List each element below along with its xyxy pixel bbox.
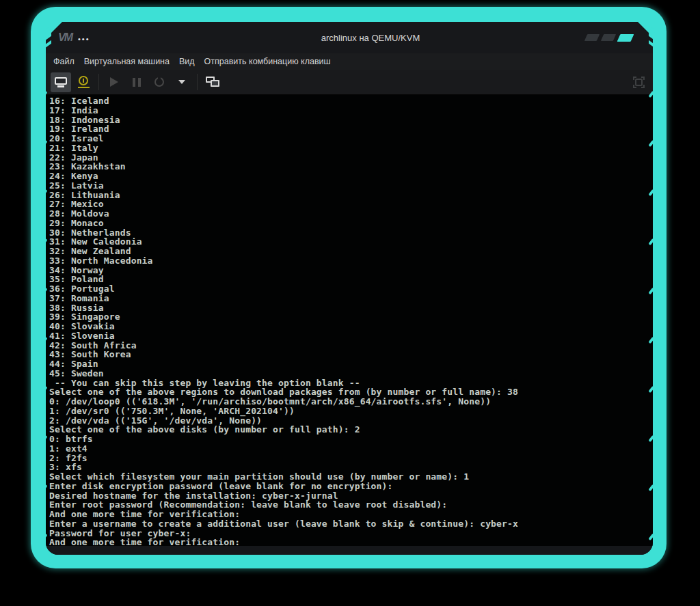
terminal-line: And one more time for verification: [49,510,653,519]
terminal-line: 41: Slovenia [49,331,653,341]
virt-manager-logo: VM [58,31,72,44]
terminal-line: 35: Poland [49,275,653,284]
show-details-button[interactable] [73,72,94,92]
decorative-frame: VM ••• archlinux на QEMU/KVM ФайлВиртуал… [31,7,667,568]
run-vm-button[interactable] [104,72,124,92]
terminal-line: 29: Monaco [49,219,653,228]
terminal-line: 2: f2fs [49,454,653,463]
terminal-line: 27: Mexico [49,199,653,209]
terminal-line: Select one of the above regions to downl… [49,387,653,397]
terminal-line: 32: New Zealand [49,247,653,256]
terminal-line: 1: /dev/sr0 (('750.3M', None, 'ARCH_2021… [49,407,653,416]
terminal-line: Enter a username to create a additional … [49,519,653,529]
terminal-line: Select one of the above disks (by number… [49,425,653,435]
terminal-line: 25: Latvia [49,181,653,191]
menu-item[interactable]: Отправить комбинацию клавиш [200,55,336,68]
pause-vm-button[interactable] [126,72,147,92]
minimize-button[interactable] [584,34,600,41]
terminal-line: 28: Moldova [49,209,653,219]
toolbar-separator [197,74,198,90]
terminal-line: Password for user cyber-x: [49,529,653,538]
shutdown-menu-button[interactable] [172,72,192,92]
power-icon [154,77,164,87]
terminal-line: 45: Sweden [49,369,653,378]
terminal-line: 40: Slovakia [49,322,653,331]
close-button[interactable] [617,34,634,42]
app-menu-dots-icon[interactable]: ••• [78,35,90,43]
terminal-line: Desired hostname for the installation: c… [49,491,653,501]
toolbar [46,70,653,95]
fullscreen-icon [635,79,643,86]
terminal-line: 18: Indonesia [49,115,653,125]
terminal-line: 37: Romania [49,294,653,303]
terminal-line: -- You can skip this step by leaving the… [49,378,653,388]
window-bottom-bar [46,546,653,555]
terminal-line: 44: Spain [49,359,653,369]
terminal-line: And one more time for verification: [49,538,653,546]
fullscreen-button[interactable] [633,77,645,88]
terminal-line: Enter root password (Recommendation: lea… [49,500,653,510]
toolbar-separator [98,74,99,90]
maximize-button[interactable] [601,34,616,41]
shutdown-vm-button[interactable] [149,72,170,92]
terminal-line: 16: Iceland [49,96,653,106]
titlebar[interactable]: VM ••• archlinux на QEMU/KVM [46,22,653,53]
virt-manager-window: VM ••• archlinux на QEMU/KVM ФайлВиртуал… [46,22,653,555]
pause-icon [133,78,141,87]
terminal-line: 39: Singapore [49,312,653,322]
terminal-line: 3: xfs [49,463,653,472]
terminal-line: 31: New Caledonia [49,237,653,247]
terminal-line: 17: India [49,106,653,115]
terminal-line: 0: /dev/loop0 (('618.3M', '/run/archiso/… [49,397,653,407]
menubar: ФайлВиртуальная машинаВидОтправить комби… [46,53,653,70]
virtual-displays-icon [206,77,220,87]
vm-details-icon [78,76,90,88]
terminal-line: 38: Russia [49,303,653,313]
terminal-line: 0: btrfs [49,435,653,444]
terminal-line: 21: Italy [49,143,653,153]
window-controls [586,34,632,42]
play-icon [110,77,118,87]
menu-item[interactable]: Виртуальная машина [79,55,174,68]
terminal-line: 1: ext4 [49,444,653,454]
show-console-button[interactable] [51,72,71,92]
frame-hazard-stripes [45,27,51,50]
terminal-line: 19: Ireland [49,124,653,134]
frame-hazard-stripes [649,27,655,50]
desktop-background: { "colors": { "accent": "#3de0d5", "deta… [0,0,700,606]
terminal-line: 34: Norway [49,266,653,275]
terminal-line: 22: Japan [49,153,653,163]
menu-item[interactable]: Вид [174,55,200,68]
terminal-line: 30: Netherlands [49,228,653,238]
chevron-down-icon [178,80,185,84]
console-monitor-icon [55,77,67,87]
menu-item[interactable]: Файл [49,55,79,68]
terminal-line: Enter disk encryption password (leave bl… [49,482,653,491]
terminal-line: 24: Kenya [49,171,653,181]
terminal-line: 33: North Macedonia [49,256,653,266]
vm-console-output[interactable]: 16: Iceland17: India18: Indonesia19: Ire… [46,95,653,546]
terminal-line: 2: /dev/vda (('15G', '/dev/vda', None)) [49,416,653,426]
terminal-line: 36: Portugal [49,284,653,294]
terminal-line: 23: Kazakhstan [49,162,653,171]
terminal-line: 42: South Africa [49,341,653,350]
virtual-displays-button[interactable] [202,72,223,92]
terminal-line: 26: Lithuania [49,191,653,200]
terminal-line: 20: Israel [49,134,653,143]
terminal-line: Select which filesystem your main partit… [49,472,653,482]
window-title: archlinux на QEMU/KVM [321,33,420,43]
terminal-line: 43: South Korea [49,350,653,359]
